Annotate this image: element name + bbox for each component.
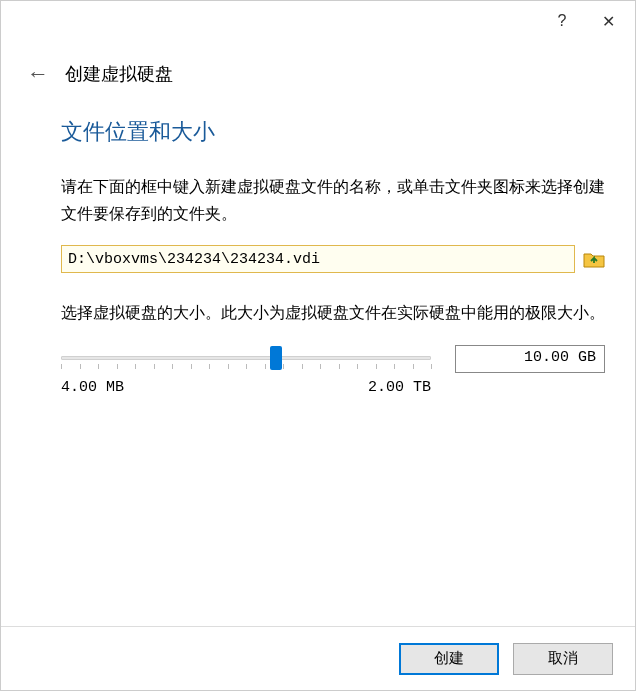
content-area: 文件位置和大小 请在下面的框中键入新建虚拟硬盘文件的名称，或单击文件夹图标来选择… — [1, 97, 635, 396]
size-slider[interactable] — [61, 346, 431, 372]
create-button[interactable]: 创建 — [399, 643, 499, 675]
section-title: 文件位置和大小 — [61, 117, 605, 147]
size-value-box[interactable]: 10.00 GB — [455, 345, 605, 373]
path-row — [61, 245, 605, 273]
slider-ticks — [61, 364, 431, 370]
cancel-button[interactable]: 取消 — [513, 643, 613, 675]
wizard-title: 创建虚拟硬盘 — [65, 62, 173, 86]
slider-thumb[interactable] — [270, 346, 282, 370]
slider-range-labels: 4.00 MB 2.00 TB — [61, 379, 605, 396]
titlebar: ? ✕ — [1, 1, 635, 41]
size-slider-row: 10.00 GB — [61, 345, 605, 373]
dialog-window: ? ✕ ← 创建虚拟硬盘 文件位置和大小 请在下面的框中键入新建虚拟硬盘文件的名… — [0, 0, 636, 691]
file-path-input[interactable] — [61, 245, 575, 273]
size-description: 选择虚拟硬盘的大小。此大小为虚拟硬盘文件在实际硬盘中能用的极限大小。 — [61, 299, 605, 326]
back-arrow-icon[interactable]: ← — [27, 61, 49, 87]
browse-folder-icon[interactable] — [583, 249, 605, 269]
slider-track — [61, 356, 431, 360]
help-button[interactable]: ? — [539, 5, 585, 37]
slider-min-label: 4.00 MB — [61, 379, 124, 396]
slider-max-label: 2.00 TB — [368, 379, 431, 396]
close-button[interactable]: ✕ — [585, 5, 631, 37]
location-description: 请在下面的框中键入新建虚拟硬盘文件的名称，或单击文件夹图标来选择创建文件要保存到… — [61, 173, 605, 227]
wizard-header: ← 创建虚拟硬盘 — [1, 41, 635, 97]
dialog-footer: 创建 取消 — [1, 626, 635, 690]
